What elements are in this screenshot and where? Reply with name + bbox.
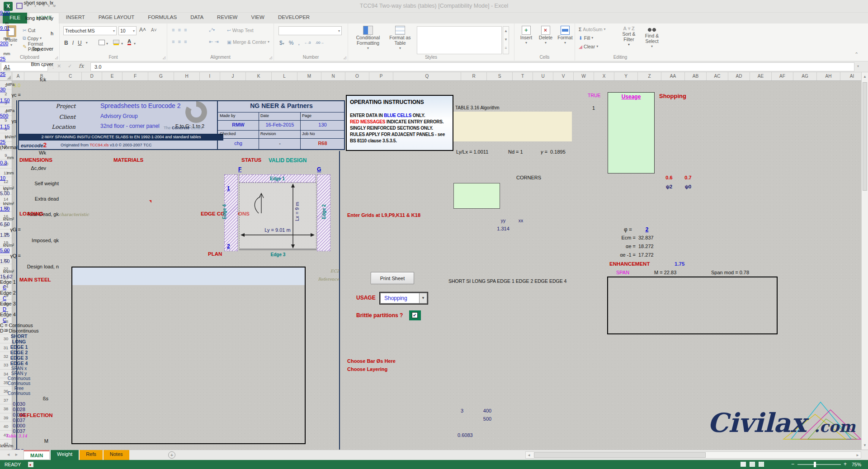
mat-value[interactable]: 25: [0, 139, 16, 145]
horizontal-scroll-thumb[interactable]: [534, 452, 706, 458]
revision-value[interactable]: -: [259, 141, 300, 146]
job-value[interactable]: R68: [301, 141, 344, 146]
dim-value[interactable]: 25: [0, 56, 20, 61]
edge-value[interactable]: C: [0, 317, 9, 323]
cell-a1[interactable]: 3.0: [14, 83, 20, 88]
sheet-tab-refs[interactable]: Refs: [80, 450, 103, 460]
plan-title: PLAN: [208, 251, 222, 257]
ops-line-3: SINGLY REINFORCED SECTIONS ONLY.: [350, 126, 433, 131]
zoom-slider-thumb[interactable]: [814, 462, 816, 467]
zoom-slider-track[interactable]: [797, 464, 841, 465]
nd: Nd = 1: [508, 149, 523, 155]
dim-value[interactable]: 9.00: [0, 10, 20, 15]
logo-concrete: Concrete: [172, 126, 189, 130]
enter-grids-note: Enter Grids at L9,P9,K11 & K18: [347, 212, 420, 218]
ld-xx: xx: [511, 218, 531, 223]
dim-unit: m: [0, 21, 14, 25]
table316-title: TABLE 3.16 Algorithm: [455, 105, 500, 110]
misc-500: 500: [478, 416, 496, 422]
made-by-value[interactable]: RMW: [218, 122, 259, 127]
hscroll-right-icon[interactable]: ►: [856, 453, 859, 457]
edge-label: Edge 2: [0, 290, 22, 295]
main-steel-heading: MAIN STEEL: [19, 277, 51, 282]
zoom-level[interactable]: 75%: [852, 462, 861, 467]
edge-value[interactable]: C: [0, 285, 9, 290]
sheet-tab-notes[interactable]: Notes: [104, 450, 129, 460]
page-label: Page: [302, 113, 311, 118]
mat-value[interactable]: 0.3: [0, 160, 16, 165]
mat-extra-value[interactable]: 1.15: [0, 124, 16, 129]
mat-value[interactable]: 500: [0, 113, 16, 118]
usage-dropdown[interactable]: Shopping ▼: [380, 292, 428, 304]
view-normal-icon[interactable]: [741, 462, 746, 467]
svg-text:.com: .com: [814, 417, 856, 436]
eurocode-logo-2: 2: [43, 141, 47, 149]
brittle-label: Brittle partitions ?: [356, 312, 403, 319]
vertical-scrollbar[interactable]: ▲ ▼: [861, 72, 868, 450]
selected-psi2: 0.6: [661, 175, 677, 180]
dim-value[interactable]: 9.01: [0, 25, 20, 31]
revision-label: Revision: [260, 131, 276, 136]
sheet-tab-main[interactable]: MAIN: [24, 450, 50, 460]
span-m-label: M =: [654, 270, 663, 275]
load-label: Design load, n: [0, 264, 59, 269]
client-value[interactable]: Advisory Group: [100, 113, 138, 119]
span-table-frame: [607, 277, 778, 334]
ec2-ref-1: EC2: [312, 269, 339, 273]
usage-dropdown-arrow-icon[interactable]: ▼: [419, 293, 427, 303]
span-mod-value: 0.78: [740, 270, 749, 275]
horizontal-scrollbar[interactable]: ◄ ►: [525, 451, 861, 459]
flag-one: 1: [592, 105, 595, 111]
view-page-layout-icon[interactable]: [750, 462, 755, 467]
hscroll-left-icon[interactable]: ◄: [527, 453, 531, 457]
edge-value[interactable]: D: [0, 306, 9, 312]
phi-value[interactable]: 2: [641, 226, 653, 233]
made-by-label: Made by: [220, 113, 236, 118]
view-page-break-icon[interactable]: [759, 462, 764, 467]
plan-lx-label: Lx = 9 m: [294, 191, 300, 232]
span-mod-label: Span mod =: [711, 270, 738, 275]
true-flag: TRUE: [588, 93, 601, 98]
scroll-down-icon[interactable]: ▼: [862, 443, 868, 447]
lylx-label: Ly/Lx =: [456, 149, 472, 155]
vertical-scroll-thumb[interactable]: [863, 82, 867, 191]
project-value[interactable]: Spreadsheets to Eurocode 2: [100, 102, 180, 109]
mat-unit: mm: [0, 171, 21, 175]
dim-value[interactable]: 25: [0, 71, 20, 77]
page-value[interactable]: 130: [301, 122, 344, 127]
phi-label: φ =: [601, 226, 632, 233]
ld-top-value: 1.314: [493, 226, 513, 231]
deflection-heading: DEFLECTION: [19, 413, 52, 418]
zoom-out-icon[interactable]: −: [791, 461, 794, 467]
checked-value[interactable]: chg: [218, 141, 259, 146]
ops-line-2: RED MESSAGES INDICATE ENTRY ERRORS.: [350, 119, 443, 124]
brittle-checkbox[interactable]: ✔: [409, 310, 421, 320]
macro-record-icon[interactable]: [28, 462, 33, 467]
mat-extra-value[interactable]: 1.50: [0, 98, 16, 103]
load-unit: kN/m²: [0, 269, 17, 274]
print-sheet-button[interactable]: Print Sheet: [371, 272, 414, 284]
mat-value[interactable]: 10: [0, 175, 16, 181]
edge-value[interactable]: C: [0, 295, 9, 301]
sheet-tab-weight[interactable]: Weight: [51, 450, 79, 460]
steel-col-subheader: Continuous: [0, 381, 38, 386]
steel-col-header: EDGE 4: [0, 361, 38, 366]
dim-value[interactable]: 200: [0, 41, 20, 46]
civilax-watermark: Civilax .com: [708, 394, 863, 445]
span-m-value: 22.83: [664, 270, 677, 275]
scroll-up-icon[interactable]: ▲: [862, 75, 868, 79]
zoom-in-icon[interactable]: +: [844, 461, 847, 467]
tab-nav-right-icon[interactable]: ►: [14, 452, 19, 457]
tab-nav-left-icon[interactable]: ◄: [6, 452, 10, 457]
sheet-banner: 2-WAY SPANNING INSITU CONCRETE SLABS to …: [19, 134, 223, 141]
watermark-pyramid: Civilax .com: [708, 394, 863, 445]
checked-label: Checked: [220, 131, 236, 136]
location-value[interactable]: 32nd floor - corner panel: [100, 123, 160, 129]
dim-unit: mm: [0, 67, 14, 71]
new-sheet-icon[interactable]: +: [168, 451, 175, 459]
sheet-right-border: [339, 151, 340, 450]
edge-label: Edge 3: [0, 301, 22, 306]
date-value[interactable]: 16-Feb-2015: [259, 122, 300, 127]
dim-label: long span, ly: [0, 15, 53, 21]
comment-marker-icon: [149, 200, 151, 203]
